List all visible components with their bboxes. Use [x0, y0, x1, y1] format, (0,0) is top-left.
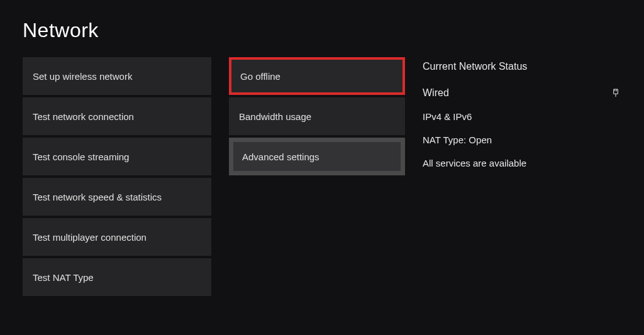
tile-advanced-settings[interactable]: Advanced settings — [229, 138, 405, 175]
status-services: All services are available — [423, 158, 621, 168]
tile-test-nat[interactable]: Test NAT Type — [23, 258, 211, 296]
page-title: Network — [23, 19, 621, 42]
tile-bandwidth-usage[interactable]: Bandwidth usage — [229, 97, 405, 135]
status-heading: Current Network Status — [423, 61, 621, 72]
tile-setup-wireless[interactable]: Set up wireless network — [23, 57, 211, 95]
status-panel: Current Network Status Wired IPv4 & IPv6 — [423, 57, 621, 168]
tile-label: Advanced settings — [242, 151, 319, 162]
tile-test-speed[interactable]: Test network speed & statistics — [23, 178, 211, 216]
tile-label: Test network speed & statistics — [33, 192, 162, 202]
status-connection-type: Wired — [423, 87, 449, 99]
tile-go-offline[interactable]: Go offline — [229, 57, 405, 95]
tile-label: Go offline — [240, 71, 280, 82]
status-nat: NAT Type: Open — [423, 135, 621, 145]
middle-column: Go offline Bandwidth usage Advanced sett… — [229, 57, 405, 175]
status-connection-row: Wired — [423, 87, 621, 99]
tile-label: Test console streaming — [33, 151, 129, 162]
tile-test-streaming[interactable]: Test console streaming — [23, 138, 211, 175]
tile-test-connection[interactable]: Test network connection — [23, 97, 211, 135]
tile-label: Set up wireless network — [33, 71, 132, 82]
left-column: Set up wireless network Test network con… — [23, 57, 211, 296]
tile-label: Test NAT Type — [33, 272, 94, 283]
tile-test-multiplayer[interactable]: Test multiplayer connection — [23, 218, 211, 256]
svg-rect-0 — [614, 89, 618, 94]
tile-label: Bandwidth usage — [239, 111, 311, 122]
wired-icon — [610, 87, 621, 99]
tile-label: Test network connection — [33, 111, 134, 122]
status-ip: IPv4 & IPv6 — [423, 111, 621, 122]
tile-label: Test multiplayer connection — [33, 232, 147, 243]
